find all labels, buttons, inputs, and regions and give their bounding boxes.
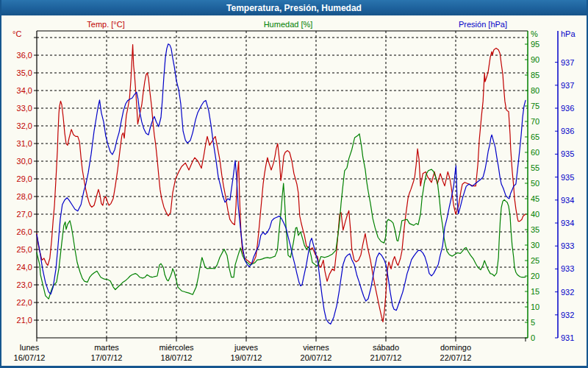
svg-text:33,0: 33,0 — [17, 104, 32, 113]
svg-text:936: 936 — [561, 104, 574, 113]
svg-text:viernes: viernes — [303, 343, 329, 352]
svg-text:90: 90 — [531, 55, 539, 64]
temp-axis: 36,035,034,033,032,031,030,029,028,027,0… — [17, 38, 37, 325]
svg-text:932: 932 — [561, 311, 574, 319]
svg-text:21,0: 21,0 — [17, 316, 32, 325]
svg-text:934: 934 — [561, 196, 574, 205]
svg-text:85: 85 — [531, 71, 539, 79]
svg-text:25: 25 — [531, 256, 539, 265]
svg-text:70: 70 — [531, 117, 539, 126]
svg-text:934: 934 — [561, 219, 574, 227]
svg-text:18/07/12: 18/07/12 — [161, 353, 193, 362]
svg-text:32,0: 32,0 — [17, 121, 32, 130]
svg-text:29,0: 29,0 — [17, 174, 32, 183]
svg-text:933: 933 — [561, 241, 574, 250]
svg-text:27,0: 27,0 — [17, 210, 32, 219]
svg-text:17/07/12: 17/07/12 — [91, 353, 123, 362]
svg-text:22/07/12: 22/07/12 — [440, 353, 472, 362]
svg-text:miércoles: miércoles — [159, 343, 194, 352]
svg-text:35: 35 — [531, 225, 539, 234]
svg-text:22,0: 22,0 — [17, 298, 32, 307]
svg-text:martes: martes — [94, 343, 119, 352]
svg-text:domingo: domingo — [440, 343, 471, 352]
humidity-axis: 95908580757065605550454035302520151050 — [525, 31, 539, 342]
svg-text:20: 20 — [531, 272, 539, 280]
svg-text:16/07/12: 16/07/12 — [14, 353, 46, 362]
svg-text:24,0: 24,0 — [17, 263, 32, 272]
weather-chart-window: Temperatura, Presión, Humedad Temp. [°C]… — [0, 0, 588, 368]
svg-text:20/07/12: 20/07/12 — [301, 353, 332, 362]
svg-text:5: 5 — [531, 318, 535, 327]
svg-text:10: 10 — [531, 302, 539, 311]
svg-text:933: 933 — [561, 264, 574, 273]
svg-text:937: 937 — [561, 58, 574, 67]
svg-text:50: 50 — [531, 179, 539, 188]
svg-text:34,0: 34,0 — [17, 86, 32, 95]
svg-text:35,0: 35,0 — [17, 68, 32, 77]
svg-text:21/07/12: 21/07/12 — [370, 353, 402, 362]
svg-text:936: 936 — [561, 127, 574, 135]
svg-text:lunes: lunes — [20, 343, 40, 352]
svg-text:30,0: 30,0 — [17, 157, 32, 166]
svg-text:28,0: 28,0 — [17, 192, 32, 201]
svg-text:sábado: sábado — [373, 343, 399, 352]
pressure-axis: 937937936936935935934934933933932932931 — [555, 31, 574, 342]
svg-text:26,0: 26,0 — [17, 227, 32, 236]
svg-text:931: 931 — [561, 333, 574, 342]
chart-canvas: 36,035,034,033,032,031,030,029,028,027,0… — [1, 0, 588, 368]
svg-text:25,0: 25,0 — [17, 245, 32, 254]
vertical-gridlines — [107, 31, 456, 338]
svg-text:932: 932 — [561, 288, 574, 297]
x-axis-labels: lunes16/07/12martes17/07/12miércoles18/0… — [14, 338, 526, 362]
svg-text:95: 95 — [531, 40, 539, 49]
svg-text:19/07/12: 19/07/12 — [231, 353, 262, 362]
svg-text:935: 935 — [561, 149, 574, 158]
series-humidity — [37, 134, 526, 299]
svg-text:30: 30 — [531, 241, 539, 250]
svg-text:55: 55 — [531, 163, 539, 172]
svg-text:40: 40 — [531, 210, 539, 219]
series-pressure — [37, 44, 526, 325]
svg-text:jueves: jueves — [234, 343, 258, 352]
svg-text:15: 15 — [531, 287, 539, 296]
svg-text:65: 65 — [531, 132, 539, 141]
svg-text:45: 45 — [531, 194, 539, 203]
svg-text:23,0: 23,0 — [17, 280, 32, 289]
svg-text:0: 0 — [531, 333, 535, 342]
svg-text:80: 80 — [531, 86, 539, 95]
svg-text:75: 75 — [531, 102, 539, 110]
svg-text:937: 937 — [561, 81, 574, 90]
svg-text:31,0: 31,0 — [17, 139, 32, 148]
svg-text:935: 935 — [561, 173, 574, 182]
svg-text:36,0: 36,0 — [17, 51, 32, 60]
svg-text:60: 60 — [531, 148, 539, 157]
